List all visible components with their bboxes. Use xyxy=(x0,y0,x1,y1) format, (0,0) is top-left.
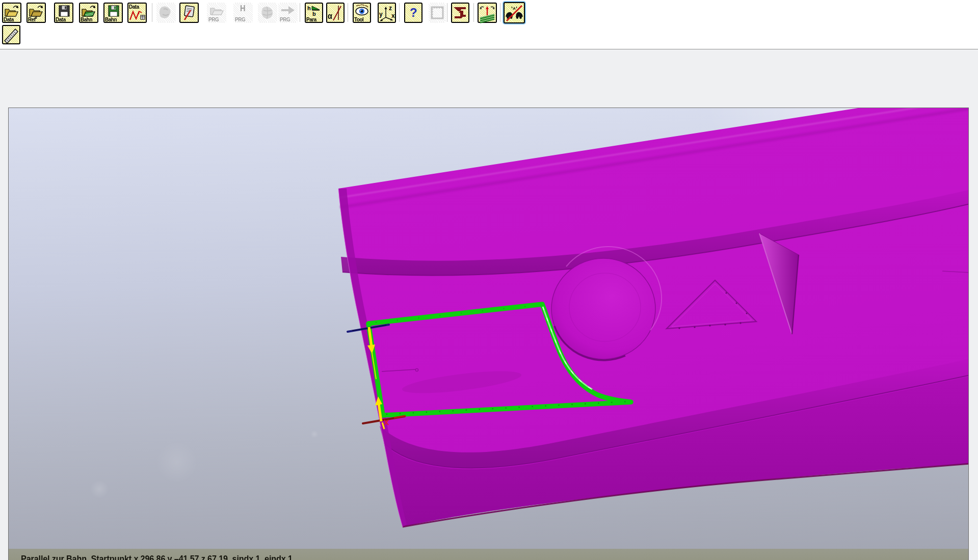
toolbar-separator xyxy=(500,3,501,22)
button-label: PRG xyxy=(280,16,290,22)
prg-h-button-disabled: H PRG xyxy=(233,3,253,23)
toolbar-separator xyxy=(399,3,400,22)
button-label: PRG xyxy=(235,16,245,22)
toolbar-separator xyxy=(348,3,349,22)
signal-curve-icon xyxy=(128,10,146,22)
toolbar-separator xyxy=(447,3,448,22)
robot-press-button[interactable] xyxy=(451,3,469,23)
button-label: RefII xyxy=(28,16,37,22)
toolbar: Data RefII Data Bahn xyxy=(0,0,978,49)
button-label: Data xyxy=(4,16,14,22)
button-label: Tool xyxy=(354,16,363,22)
data-curve-button[interactable]: Data xyxy=(127,3,147,23)
frame-ruler-icon xyxy=(429,4,445,21)
help-button[interactable]: ? xyxy=(404,3,422,23)
ruler-button[interactable] xyxy=(2,25,20,44)
folder-gray-icon xyxy=(208,4,225,16)
axes-icon: z y x xyxy=(378,4,395,23)
path-lift-button[interactable] xyxy=(478,3,497,23)
angle-alpha-button[interactable]: α xyxy=(326,3,345,23)
save-bahn-button[interactable]: Bahn xyxy=(103,3,123,23)
svg-text:h: h xyxy=(307,5,311,11)
toolbar-separator xyxy=(473,3,474,22)
open-folder-icon xyxy=(3,4,20,18)
button-label: Data xyxy=(129,4,139,10)
button-label: PRG xyxy=(208,16,219,22)
button-label: Para xyxy=(306,16,316,22)
stamp-image-button-disabled xyxy=(156,3,176,23)
svg-text:y: y xyxy=(379,11,383,18)
letter-h: H xyxy=(240,4,245,14)
open-folder-green-icon xyxy=(80,4,97,18)
svg-text:x: x xyxy=(391,12,395,19)
world-map-icon xyxy=(259,4,276,21)
open-data-button[interactable]: Data xyxy=(2,3,21,23)
svg-text:z: z xyxy=(389,5,392,12)
open-bahn-button[interactable]: Bahn xyxy=(79,3,98,23)
lift-path-icon xyxy=(478,4,496,23)
button-label: Data xyxy=(56,16,66,22)
open-ref-button[interactable]: RefII xyxy=(27,3,46,23)
button-label: Bahn xyxy=(105,16,117,22)
eye-icon xyxy=(353,4,371,17)
stamp-image-icon xyxy=(157,4,175,21)
floppy-disk-green-icon xyxy=(104,4,122,18)
toolbar-separator xyxy=(152,3,153,22)
ruler-icon xyxy=(3,26,19,44)
prg-open-button-disabled: PRG xyxy=(207,3,226,23)
window-frame: Parallel zur Bahn, Startpunkt x 296.86 y… xyxy=(0,49,978,560)
parameter-icon: h b xyxy=(306,4,322,17)
robot-press-icon xyxy=(452,4,469,22)
tool-view-button[interactable]: Tool xyxy=(353,3,371,23)
floppy-disk-icon xyxy=(55,4,72,18)
digitizer-pen-icon xyxy=(180,4,198,21)
toolbar-separator xyxy=(300,3,301,22)
save-data-button[interactable]: Data xyxy=(54,3,73,23)
world-map-button-disabled xyxy=(258,3,277,23)
coord-axes-button[interactable]: z y x xyxy=(378,3,396,23)
parameter-button[interactable]: h b Para xyxy=(305,3,323,23)
button-label: ? xyxy=(405,6,421,20)
viewport-3d-canvas[interactable]: Parallel zur Bahn, Startpunkt x 296.86 y… xyxy=(8,108,969,560)
scene-3d xyxy=(8,108,969,560)
status-line-path-start: Parallel zur Bahn, Startpunkt x 296.86 y… xyxy=(21,554,293,560)
collision-check-button[interactable] xyxy=(504,2,525,23)
button-label: α xyxy=(328,11,332,21)
car-collision-icon xyxy=(505,4,524,23)
button-label: Bahn xyxy=(81,16,92,22)
teach-device-button[interactable] xyxy=(179,3,199,23)
measure-frame-button-disabled xyxy=(429,3,446,23)
prg-send-button-disabled: PRG xyxy=(278,3,298,23)
arrow-right-icon xyxy=(279,4,297,16)
